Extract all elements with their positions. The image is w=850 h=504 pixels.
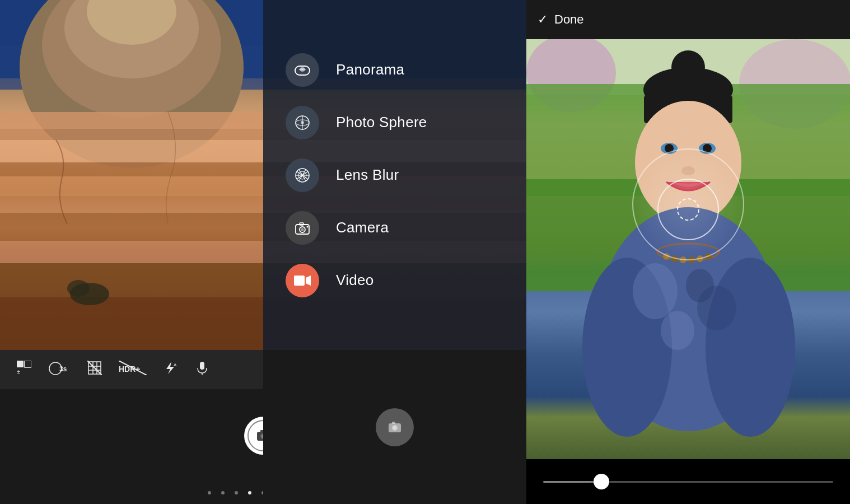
dot-2 bbox=[221, 491, 225, 494]
photo-sphere-icon-circle bbox=[286, 106, 319, 139]
grid-button[interactable] bbox=[87, 361, 102, 379]
menu-item-camera[interactable]: Camera bbox=[280, 204, 510, 251]
svg-rect-56 bbox=[300, 223, 303, 225]
svg-rect-18 bbox=[17, 361, 24, 367]
video-label: Video bbox=[336, 272, 374, 289]
video-icon-circle bbox=[286, 264, 319, 297]
hdr-button[interactable]: HDR+ bbox=[119, 361, 147, 379]
svg-point-57 bbox=[307, 226, 309, 227]
timer-button[interactable]: 3s bbox=[48, 361, 71, 378]
svg-rect-33 bbox=[200, 362, 204, 370]
svg-point-55 bbox=[301, 228, 304, 231]
svg-point-83 bbox=[633, 263, 678, 319]
lens-blur-icon-circle bbox=[286, 158, 319, 192]
middle-panel-bottom bbox=[263, 350, 526, 504]
menu-item-lens-blur[interactable]: Lens Blur bbox=[280, 152, 510, 199]
dot-4 bbox=[248, 491, 251, 494]
dot-1 bbox=[208, 491, 211, 494]
menu-item-video[interactable]: Video bbox=[280, 257, 510, 304]
done-header[interactable]: ✓ Done bbox=[526, 0, 850, 39]
panorama-label: Panorama bbox=[336, 61, 404, 78]
blur-slider-track[interactable] bbox=[543, 481, 833, 483]
svg-point-70 bbox=[671, 50, 705, 84]
svg-rect-19 bbox=[25, 361, 31, 367]
blur-slider-area bbox=[526, 459, 850, 504]
svg-line-28 bbox=[87, 361, 102, 375]
camera-mode-menu: Panorama Photo Sphere bbox=[263, 0, 526, 350]
svg-marker-31 bbox=[166, 362, 174, 374]
svg-point-85 bbox=[661, 311, 694, 350]
svg-marker-59 bbox=[306, 276, 311, 286]
svg-point-82 bbox=[706, 258, 795, 437]
exposure-button[interactable]: ± bbox=[17, 361, 31, 379]
done-checkmark-icon: ✓ bbox=[538, 12, 548, 27]
svg-point-62 bbox=[393, 426, 396, 430]
menu-item-photo-sphere[interactable]: Photo Sphere bbox=[280, 99, 510, 146]
flash-button[interactable]: A bbox=[164, 361, 178, 379]
svg-point-45 bbox=[301, 121, 304, 124]
photo-sphere-label: Photo Sphere bbox=[336, 114, 427, 131]
svg-point-17 bbox=[67, 280, 90, 297]
svg-text:A: A bbox=[174, 362, 177, 367]
svg-point-86 bbox=[686, 269, 714, 302]
lens-blur-label: Lens Blur bbox=[336, 166, 399, 184]
blur-slider-fill bbox=[543, 481, 601, 483]
right-panel: ✓ Done bbox=[526, 0, 850, 504]
svg-rect-58 bbox=[294, 276, 305, 286]
done-label: Done bbox=[554, 12, 584, 27]
camera-label: Camera bbox=[336, 219, 389, 236]
svg-text:3s: 3s bbox=[59, 365, 67, 373]
blur-slider-thumb[interactable] bbox=[594, 474, 609, 489]
svg-rect-63 bbox=[392, 422, 395, 424]
panorama-icon-circle bbox=[286, 53, 319, 87]
main-content: ± 3s bbox=[0, 0, 850, 504]
menu-item-panorama[interactable]: Panorama bbox=[280, 46, 510, 94]
camera-icon-circle bbox=[286, 211, 319, 245]
focus-ring-inner bbox=[677, 198, 699, 221]
focus-ring bbox=[657, 179, 719, 240]
dot-3 bbox=[235, 491, 238, 494]
svg-point-41 bbox=[300, 67, 305, 72]
mic-button[interactable] bbox=[195, 361, 209, 379]
portrait-viewfinder bbox=[526, 39, 850, 459]
right-shutter-button[interactable] bbox=[376, 408, 414, 446]
svg-text:±: ± bbox=[17, 368, 20, 375]
